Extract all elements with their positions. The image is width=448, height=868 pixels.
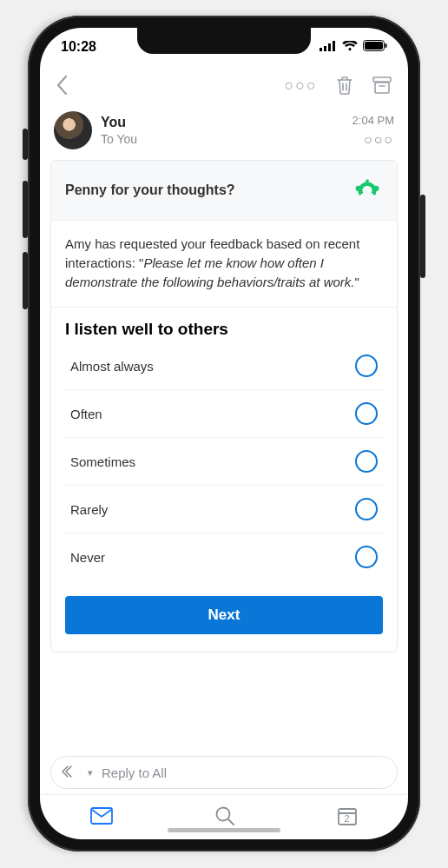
chevron-down-icon[interactable]: ▾ bbox=[88, 767, 93, 779]
option-row[interactable]: Never bbox=[65, 533, 383, 580]
avatar bbox=[54, 111, 92, 149]
next-button[interactable]: Next bbox=[65, 596, 383, 634]
survey-card: Penny for your thoughts? Amy has request… bbox=[50, 160, 398, 653]
message-time: 2:04 PM bbox=[352, 114, 394, 127]
reply-all-icon[interactable] bbox=[62, 765, 79, 780]
trash-icon[interactable] bbox=[335, 75, 354, 96]
svg-rect-3 bbox=[333, 41, 335, 51]
home-indicator[interactable] bbox=[168, 828, 280, 832]
option-row[interactable]: Rarely bbox=[65, 486, 383, 533]
status-time: 10:28 bbox=[61, 39, 96, 55]
svg-rect-8 bbox=[375, 83, 389, 93]
cellular-signal-icon bbox=[320, 39, 337, 55]
option-row[interactable]: Almost always bbox=[65, 342, 383, 390]
back-button[interactable] bbox=[56, 75, 69, 96]
option-label: Never bbox=[70, 550, 105, 565]
radio-icon[interactable] bbox=[355, 354, 378, 377]
radio-icon[interactable] bbox=[355, 498, 378, 520]
option-label: Sometimes bbox=[70, 454, 135, 469]
tab-search[interactable] bbox=[214, 805, 235, 830]
wifi-icon bbox=[342, 39, 358, 55]
svg-rect-0 bbox=[320, 48, 322, 51]
survey-intro: Amy has requested your feedback based on… bbox=[51, 221, 397, 308]
email-navbar: ○○○ bbox=[40, 66, 408, 104]
svg-rect-1 bbox=[324, 46, 326, 51]
sender-name: You bbox=[101, 115, 352, 130]
option-label: Almost always bbox=[70, 359, 154, 374]
battery-icon bbox=[363, 39, 387, 55]
recipient-line[interactable]: To You bbox=[101, 132, 352, 146]
bottom-tabs: 2 bbox=[40, 794, 408, 839]
reply-bar[interactable]: ▾ Reply to All bbox=[50, 756, 398, 789]
surveymonkey-logo-icon bbox=[352, 176, 383, 204]
option-label: Often bbox=[70, 407, 102, 421]
archive-icon[interactable] bbox=[372, 76, 392, 95]
svg-rect-6 bbox=[385, 43, 387, 48]
reply-placeholder: Reply to All bbox=[102, 765, 167, 780]
option-label: Rarely bbox=[70, 502, 108, 517]
option-row[interactable]: Sometimes bbox=[65, 438, 383, 486]
survey-question: I listen well to others bbox=[51, 308, 397, 342]
radio-icon[interactable] bbox=[355, 450, 378, 473]
more-icon[interactable]: ○○○ bbox=[284, 76, 318, 95]
radio-icon[interactable] bbox=[355, 402, 378, 425]
svg-rect-2 bbox=[328, 43, 331, 51]
tab-mail[interactable] bbox=[90, 807, 113, 828]
message-more-icon[interactable]: ○○○ bbox=[352, 132, 394, 148]
survey-title: Penny for your thoughts? bbox=[65, 182, 235, 198]
svg-rect-7 bbox=[373, 77, 391, 82]
svg-point-10 bbox=[216, 807, 229, 820]
option-row[interactable]: Often bbox=[65, 390, 383, 438]
tab-calendar[interactable]: 2 bbox=[337, 805, 358, 830]
svg-rect-5 bbox=[365, 42, 383, 50]
radio-icon[interactable] bbox=[355, 546, 378, 568]
calendar-badge: 2 bbox=[337, 813, 358, 824]
sender-row: You To You 2:04 PM ○○○ bbox=[40, 104, 408, 160]
